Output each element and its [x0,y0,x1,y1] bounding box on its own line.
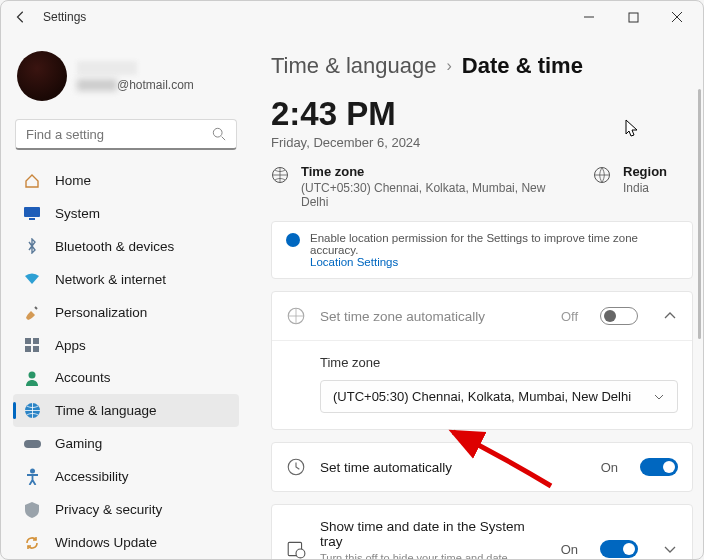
region-label: Region [623,164,667,179]
clock-icon [286,457,306,477]
brush-icon [23,303,41,321]
set-time-auto-row[interactable]: Set time automatically On [272,443,692,491]
sidebar-item-accounts[interactable]: Accounts [13,362,239,395]
svg-rect-4 [25,338,31,344]
sidebar-item-accessibility[interactable]: Accessibility [13,460,239,493]
svg-point-1 [213,128,222,137]
globe-icon [286,306,306,326]
timezone-dropdown[interactable]: (UTC+05:30) Chennai, Kolkata, Mumbai, Ne… [320,380,678,413]
chevron-up-icon[interactable] [662,308,678,324]
show-time-tray-desc: Turn this off to hide your time and date… [320,551,547,559]
show-time-tray-toggle[interactable] [600,540,638,558]
timezone-value: (UTC+05:30) Chennai, Kolkata, Mumbai, Ne… [301,181,573,209]
window-title: Settings [43,10,86,24]
profile-block[interactable]: @hotmail.com [13,41,239,115]
svg-rect-10 [24,440,41,448]
sidebar-item-network[interactable]: Network & internet [13,263,239,296]
search-input[interactable] [15,119,237,150]
user-name-redacted [77,61,137,75]
main-content: Time & language › Date & time 2:43 PM Fr… [249,33,703,559]
svg-rect-6 [25,346,31,352]
user-email: @hotmail.com [77,78,194,92]
sidebar-item-apps[interactable]: Apps [13,329,239,362]
svg-rect-0 [629,13,638,22]
current-time: 2:43 PM [271,95,693,133]
bluetooth-icon [23,237,41,255]
info-icon [286,233,300,247]
svg-rect-7 [33,346,39,352]
sidebar-item-personalization[interactable]: Personalization [13,296,239,329]
set-time-auto-label: Set time automatically [320,460,587,475]
set-timezone-auto-row[interactable]: Set time zone automatically Off [272,292,692,340]
sidebar-nav: Home System Bluetooth & devices Network … [13,164,239,559]
search-field[interactable] [26,127,212,142]
sidebar-item-bluetooth[interactable]: Bluetooth & devices [13,230,239,263]
accessibility-icon [23,468,41,486]
timezone-label: Time zone [301,164,573,179]
maximize-button[interactable] [611,2,655,32]
svg-rect-3 [29,218,35,220]
chevron-down-icon [653,391,665,403]
location-settings-link[interactable]: Location Settings [310,256,398,268]
sidebar-item-time-language[interactable]: Time & language [13,394,239,427]
show-time-tray-label: Show time and date in the System tray [320,519,547,549]
update-icon [23,534,41,552]
svg-point-11 [30,469,35,474]
set-timezone-auto-label: Set time zone automatically [320,309,547,324]
system-icon [23,204,41,222]
close-button[interactable] [655,2,699,32]
current-date: Friday, December 6, 2024 [271,135,693,150]
gaming-icon [23,435,41,453]
sidebar-item-windows-update[interactable]: Windows Update [13,526,239,559]
set-timezone-auto-toggle[interactable] [600,307,638,325]
scrollbar[interactable] [698,89,701,339]
timezone-dropdown-label: Time zone [320,355,678,370]
chevron-down-icon[interactable] [662,541,678,557]
sidebar-item-gaming[interactable]: Gaming [13,427,239,460]
svg-rect-5 [33,338,39,344]
globe-clock-icon [23,402,41,420]
avatar [17,51,67,101]
svg-point-17 [296,549,305,558]
home-icon [23,172,41,190]
calendar-clock-icon [286,539,306,559]
apps-icon [23,336,41,354]
minimize-button[interactable] [567,2,611,32]
show-time-tray-row[interactable]: Show time and date in the System tray Tu… [272,505,692,559]
sidebar-item-system[interactable]: System [13,197,239,230]
svg-point-8 [29,371,36,378]
location-info-banner: Enable location permission for the Setti… [271,221,693,279]
person-icon [23,369,41,387]
breadcrumb-parent[interactable]: Time & language [271,53,437,79]
back-button[interactable] [5,1,37,33]
wifi-icon [23,270,41,288]
chevron-right-icon: › [447,57,452,75]
breadcrumb: Time & language › Date & time [271,47,693,79]
page-title: Date & time [462,53,583,79]
sidebar-item-privacy[interactable]: Privacy & security [13,493,239,526]
svg-rect-2 [24,207,40,217]
globe-icon [271,166,289,184]
search-icon [212,127,226,141]
shield-icon [23,501,41,519]
globe-icon [593,166,611,184]
set-time-auto-toggle[interactable] [640,458,678,476]
region-value: India [623,181,667,195]
sidebar-item-home[interactable]: Home [13,164,239,197]
